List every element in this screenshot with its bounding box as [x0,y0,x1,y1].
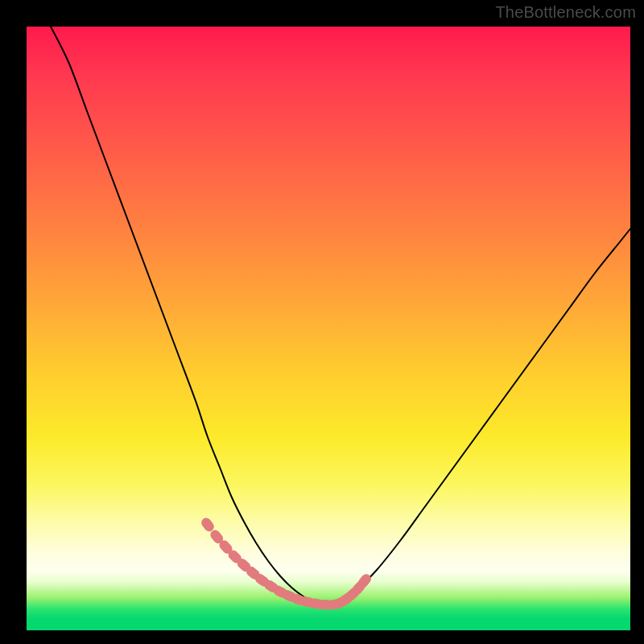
highlight-markers [200,516,374,610]
curve-svg [27,27,630,630]
chart-frame: TheBottleneck.com [0,0,644,644]
attribution-label: TheBottleneck.com [495,3,636,22]
plot-area [27,27,630,630]
bottleneck-curve [51,27,630,605]
